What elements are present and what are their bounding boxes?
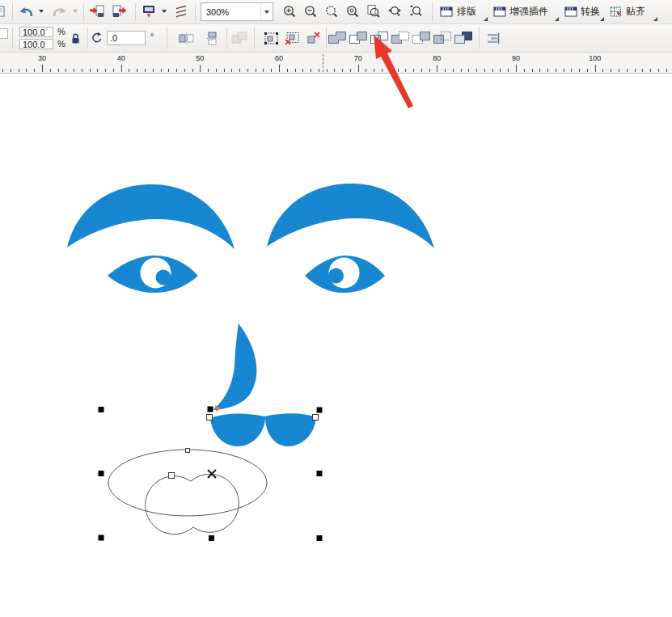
ruler-label: 30 bbox=[38, 54, 46, 62]
zoom-selected-icon bbox=[324, 4, 339, 19]
ruler-minor-tick bbox=[413, 69, 414, 72]
zoom-level-combo[interactable]: 300% bbox=[201, 2, 273, 21]
ruler-minor-tick bbox=[153, 69, 154, 72]
toolbar-group-snap[interactable]: 贴齐 bbox=[626, 0, 645, 23]
ruler-minor-tick bbox=[113, 69, 114, 72]
ruler-minor-tick bbox=[319, 69, 319, 72]
node-lip-top[interactable] bbox=[169, 473, 175, 479]
group-flyout-handle[interactable] bbox=[484, 17, 488, 21]
ruler-minor-tick bbox=[556, 69, 556, 72]
zoom-height-button[interactable] bbox=[406, 2, 425, 21]
zoom-page-icon bbox=[366, 4, 381, 19]
handle-bottom-left[interactable] bbox=[99, 535, 104, 541]
align-distribute-button[interactable] bbox=[484, 28, 503, 48]
ruler-label: 60 bbox=[275, 54, 283, 62]
options-button[interactable] bbox=[171, 2, 191, 21]
zoom-page-button[interactable] bbox=[364, 2, 383, 21]
weld-icon bbox=[328, 32, 346, 44]
node-mustache-right[interactable] bbox=[313, 415, 319, 420]
handle-bottom-middle[interactable] bbox=[209, 535, 214, 541]
boundary-icon bbox=[454, 32, 472, 44]
ruler-minor-tick bbox=[161, 69, 162, 72]
ruler-minor-tick bbox=[547, 69, 548, 72]
simplify-button[interactable] bbox=[391, 28, 410, 48]
clipped-edge-button[interactable] bbox=[0, 2, 6, 21]
ruler-label: 80 bbox=[433, 54, 441, 62]
ruler-minor-tick bbox=[311, 69, 311, 72]
trim-button[interactable] bbox=[349, 28, 368, 48]
front-minus-back-button[interactable] bbox=[412, 28, 431, 48]
separator bbox=[254, 27, 255, 49]
ruler-minor-tick bbox=[82, 69, 82, 72]
ungroup-all-button[interactable] bbox=[304, 28, 323, 48]
separator bbox=[12, 3, 13, 20]
ruler-minor-tick bbox=[34, 69, 35, 72]
separator bbox=[326, 27, 327, 49]
handle-top-middle[interactable] bbox=[208, 407, 213, 412]
mirror-vertical-button[interactable] bbox=[202, 28, 222, 48]
ruler-minor-tick bbox=[239, 69, 240, 72]
back-minus-front-button[interactable] bbox=[433, 28, 452, 48]
boundary-button[interactable] bbox=[454, 28, 473, 48]
separator bbox=[167, 27, 167, 49]
ruler-minor-tick bbox=[208, 69, 209, 72]
toolbar-group-plugins[interactable]: 增强插件 bbox=[509, 0, 548, 23]
zoom-all-objects-button[interactable] bbox=[343, 2, 362, 21]
group-button[interactable] bbox=[262, 28, 281, 48]
handle-middle-right[interactable] bbox=[317, 471, 323, 476]
clipped-size-field[interactable] bbox=[0, 28, 8, 39]
ruler-minor-tick bbox=[571, 69, 572, 72]
zoom-width-button[interactable] bbox=[385, 2, 404, 21]
toolbar-group-layout[interactable]: 排版 bbox=[457, 0, 476, 23]
handle-middle-left[interactable] bbox=[99, 471, 104, 476]
ruler-minor-tick bbox=[539, 69, 540, 72]
ruler-minor-tick bbox=[366, 69, 366, 72]
handle-top-left[interactable] bbox=[99, 407, 104, 412]
handle-bottom-right[interactable] bbox=[317, 535, 323, 541]
lock-ratio-button[interactable] bbox=[68, 31, 82, 45]
ungroup-button[interactable] bbox=[283, 28, 302, 48]
undo-button[interactable] bbox=[16, 2, 36, 21]
ruler-minor-tick bbox=[66, 69, 66, 72]
ruler-minor-tick bbox=[50, 69, 51, 72]
ruler-minor-tick bbox=[231, 69, 232, 72]
ruler-major-tick bbox=[279, 65, 280, 72]
ruler-minor-tick bbox=[216, 69, 217, 72]
toolbar-group-convert[interactable]: 转换 bbox=[581, 0, 600, 23]
app-launcher-dropdown[interactable] bbox=[159, 2, 168, 21]
app-launcher-button[interactable] bbox=[139, 2, 158, 21]
ruler-minor-tick bbox=[137, 69, 137, 72]
node-mustache-left[interactable] bbox=[207, 415, 213, 420]
left-eye-pupil[interactable] bbox=[156, 270, 171, 285]
rotation-angle-field[interactable] bbox=[107, 31, 146, 45]
ruler-minor-tick bbox=[176, 69, 177, 72]
horizontal-ruler[interactable]: 30405060708090100 bbox=[0, 53, 672, 74]
import-button[interactable] bbox=[87, 2, 107, 21]
zoom-out-button[interactable] bbox=[301, 2, 320, 21]
ruler-major-tick bbox=[595, 65, 596, 72]
undo-dropdown[interactable] bbox=[36, 2, 45, 21]
combine-button bbox=[230, 28, 249, 48]
zoom-height-icon bbox=[408, 4, 423, 19]
group-flyout-handle[interactable] bbox=[600, 17, 604, 21]
scale-horizontal-field[interactable] bbox=[19, 27, 53, 37]
zoom-level-dropdown[interactable] bbox=[260, 3, 273, 20]
weld-button[interactable] bbox=[328, 28, 347, 48]
group-flyout-handle[interactable] bbox=[653, 17, 657, 21]
zoom-selected-button[interactable] bbox=[322, 2, 341, 21]
redo-dropdown[interactable] bbox=[70, 2, 79, 21]
scale-vertical-field[interactable] bbox=[19, 39, 53, 49]
redo-button[interactable] bbox=[50, 2, 70, 21]
node-ellipse-top[interactable] bbox=[186, 449, 190, 453]
zoom-in-button[interactable] bbox=[280, 2, 299, 21]
group-flyout-handle[interactable] bbox=[555, 17, 559, 21]
chevron-down-icon bbox=[162, 10, 167, 13]
handle-top-right[interactable] bbox=[317, 408, 323, 413]
export-icon bbox=[112, 4, 128, 19]
right-eye-pupil[interactable] bbox=[328, 268, 344, 284]
export-button[interactable] bbox=[110, 2, 129, 21]
separator bbox=[432, 3, 433, 20]
intersect-button[interactable] bbox=[370, 28, 389, 48]
ruler-minor-tick bbox=[11, 69, 11, 72]
mirror-horizontal-button[interactable] bbox=[176, 28, 196, 48]
